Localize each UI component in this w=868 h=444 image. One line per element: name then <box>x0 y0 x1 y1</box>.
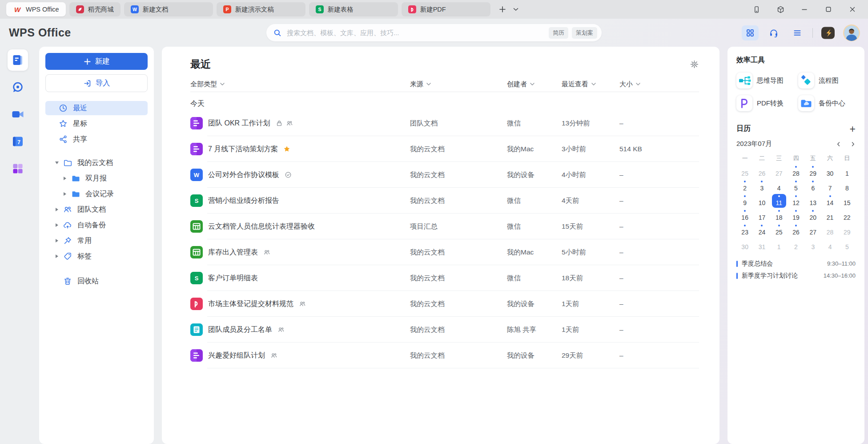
expand-caret-icon[interactable] <box>54 254 60 258</box>
file-row[interactable]: 市场主体登记提交材料规范我的云文档我的设备1天前– <box>190 291 699 317</box>
tool-mindmap[interactable]: 思维导图 <box>736 71 794 90</box>
calendar-day[interactable]: 25 <box>772 223 786 237</box>
new-document-button[interactable]: 新建 <box>45 53 148 70</box>
file-row[interactable]: 团队 OKR 工作计划团队文档微信13分钟前– <box>190 110 699 136</box>
svip-badge-button[interactable] <box>820 25 836 40</box>
tree-item-1[interactable]: 双月报 <box>45 172 148 185</box>
calendar-next-button[interactable] <box>850 141 856 147</box>
rail-chat-button[interactable] <box>8 77 28 98</box>
calendar-day[interactable]: 22 <box>840 209 854 222</box>
calendar-day[interactable]: 19 <box>789 209 803 222</box>
file-row[interactable]: S营销小组业绩分析报告我的云文档微信4天前– <box>190 188 699 214</box>
calendar-event[interactable]: 新季度学习计划讨论14:30–16:00 <box>736 270 856 282</box>
calendar-day[interactable]: 11 <box>772 194 786 208</box>
calendar-day[interactable]: 29 <box>840 223 854 237</box>
tool-pdf-convert[interactable]: PDF转换 <box>736 94 794 113</box>
expand-caret-icon[interactable] <box>54 239 60 242</box>
expand-caret-icon[interactable] <box>54 223 60 227</box>
file-row[interactable]: 7 月线下活动策划方案我的云文档我的Mac3小时前514 KB <box>190 136 699 162</box>
tree-item-4[interactable]: 自动备份 <box>45 218 148 232</box>
calendar-day[interactable]: 12 <box>789 194 803 208</box>
minimize-button[interactable] <box>798 3 811 16</box>
calendar-day[interactable]: 24 <box>755 223 769 237</box>
calendar-day[interactable]: 28 <box>789 165 803 178</box>
calendar-day[interactable]: 5 <box>789 179 803 193</box>
calendar-day[interactable]: 26 <box>755 165 769 178</box>
phone-button[interactable] <box>750 3 763 16</box>
tab-sheet[interactable]: S新建表格 <box>309 2 398 16</box>
search-tag-0[interactable]: 简历 <box>549 27 568 39</box>
calendar-day[interactable]: 14 <box>823 194 837 208</box>
calendar-day[interactable]: 20 <box>806 209 820 222</box>
file-row[interactable]: S客户订单明细表我的云文档微信18天前– <box>190 265 699 291</box>
tool-flowchart[interactable]: 流程图 <box>798 71 856 90</box>
calendar-day[interactable]: 31 <box>755 238 769 252</box>
new-tab-button[interactable] <box>497 4 508 15</box>
calendar-day[interactable]: 29 <box>806 165 820 178</box>
calendar-day[interactable]: 7 <box>823 179 837 193</box>
rail-docs-button[interactable] <box>8 49 28 71</box>
filter-creator[interactable]: 创建者 <box>507 80 562 89</box>
sidebar-item-trash[interactable]: 回收站 <box>45 274 148 288</box>
filter-type[interactable]: 全部类型 <box>190 80 410 89</box>
calendar-day[interactable]: 30 <box>823 165 837 178</box>
calendar-day[interactable]: 28 <box>823 223 837 237</box>
calendar-prev-button[interactable] <box>836 141 841 147</box>
tab-docer[interactable]: 稻壳商城 <box>69 2 121 16</box>
calendar-event[interactable]: 季度总结会9:30–11:00 <box>736 258 856 270</box>
tree-item-0[interactable]: 我的云文档 <box>45 156 148 170</box>
calendar-day[interactable]: 17 <box>755 209 769 222</box>
expand-caret-icon[interactable] <box>62 192 68 196</box>
import-button[interactable]: 导入 <box>45 74 148 92</box>
tree-item-2[interactable]: 会议记录 <box>45 187 148 201</box>
sidebar-item-share[interactable]: 共享 <box>45 132 148 146</box>
filter-size[interactable]: 大小 <box>619 80 699 89</box>
calendar-day[interactable]: 27 <box>806 223 820 237</box>
calendar-day[interactable]: 21 <box>823 209 837 222</box>
tab-list-dropdown[interactable] <box>510 4 522 15</box>
expand-caret-icon[interactable] <box>54 208 60 211</box>
calendar-day[interactable]: 3 <box>755 179 769 193</box>
calendar-day[interactable]: 3 <box>806 238 820 252</box>
tree-item-6[interactable]: 标签 <box>45 250 148 263</box>
expand-caret-icon[interactable] <box>54 161 60 164</box>
calendar-day[interactable]: 8 <box>840 179 854 193</box>
calendar-day[interactable]: 18 <box>772 209 786 222</box>
calendar-day[interactable]: 2 <box>738 179 752 193</box>
filter-source[interactable]: 来源 <box>410 80 507 89</box>
calendar-day[interactable]: 26 <box>789 223 803 237</box>
calendar-day[interactable]: 10 <box>755 194 769 208</box>
close-button[interactable] <box>846 3 859 16</box>
calendar-day[interactable]: 13 <box>806 194 820 208</box>
calendar-day[interactable]: 4 <box>823 238 837 252</box>
sidebar-item-clock[interactable]: 最近 <box>45 101 148 115</box>
menu-lines-button[interactable] <box>789 25 806 40</box>
tool-backup-center[interactable]: 备份中心 <box>798 94 856 113</box>
rail-calendar-button[interactable]: 7 <box>8 131 28 152</box>
add-event-button[interactable]: + <box>850 125 856 133</box>
avatar-button[interactable] <box>843 25 860 40</box>
tree-item-5[interactable]: 常用 <box>45 234 148 247</box>
maximize-button[interactable] <box>822 3 835 16</box>
calendar-day[interactable]: 15 <box>840 194 854 208</box>
sidebar-item-star[interactable]: 星标 <box>45 117 148 131</box>
calendar-day[interactable]: 5 <box>840 238 854 252</box>
calendar-day[interactable]: 1 <box>772 238 786 252</box>
widget-button[interactable] <box>774 3 787 16</box>
rail-apps-button[interactable] <box>8 158 28 179</box>
calendar-day[interactable]: 27 <box>772 165 786 178</box>
file-row[interactable]: 库存出入管理表我的云文档我的Mac5小时前– <box>190 239 699 265</box>
rail-meeting-button[interactable] <box>8 104 28 125</box>
calendar-day[interactable]: 6 <box>806 179 820 193</box>
calendar-day[interactable]: 4 <box>772 179 786 193</box>
search-tag-1[interactable]: 策划案 <box>572 27 597 39</box>
calendar-day[interactable]: 9 <box>738 194 752 208</box>
search-bar[interactable]: 简历策划案 <box>266 24 602 41</box>
filter-viewed[interactable]: 最近查看 <box>562 80 619 89</box>
calendar-day[interactable]: 23 <box>738 223 752 237</box>
file-row[interactable]: 团队成员及分工名单我的云文档陈旭 共享1天前– <box>190 317 699 343</box>
calendar-day[interactable]: 25 <box>738 165 752 178</box>
file-row[interactable]: 云文档管人员信息统计表理器验收项目汇总微信15天前– <box>190 214 699 239</box>
tab-writer[interactable]: W新建文档 <box>124 2 213 16</box>
settings-gear-icon[interactable] <box>690 60 699 69</box>
